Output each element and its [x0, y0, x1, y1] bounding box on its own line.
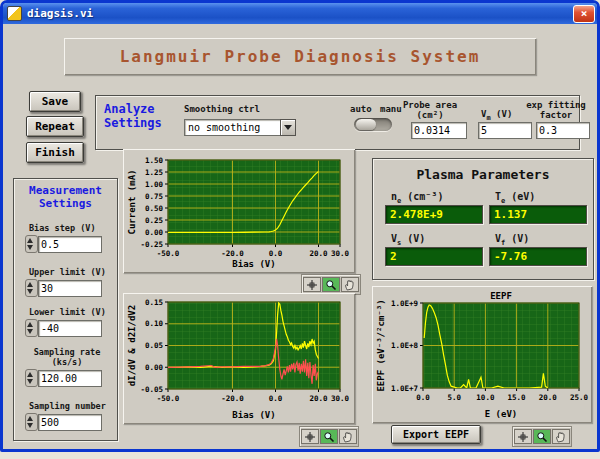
vf-label: Vf (V): [495, 233, 529, 247]
svg-text:10.0: 10.0: [476, 393, 495, 402]
svg-text:20.0: 20.0: [309, 249, 328, 258]
title-bar[interactable]: diagsis.vi ×: [3, 3, 597, 24]
spinner-up-icon[interactable]: [27, 322, 33, 327]
ne-display: 2.478E+9: [385, 205, 483, 224]
eepf-chart: 0.05.010.015.020.025.01.0E+91.0E+81.0E+7…: [375, 289, 589, 420]
svg-text:0.25: 0.25: [145, 216, 163, 225]
upper-limit-input[interactable]: [38, 280, 102, 297]
close-icon: ×: [581, 7, 588, 20]
sampling-number-label: Sampling number: [29, 401, 106, 411]
zoom-tool-icon[interactable]: [322, 277, 340, 292]
svg-text:0.05: 0.05: [145, 341, 163, 350]
lower-limit-spinner[interactable]: [25, 319, 38, 337]
plasma-parameters-panel: Plasma Parameters ne (cm⁻³) Te (eV) 2.47…: [372, 158, 594, 280]
analyze-settings-panel: Analyze Settings Smoothing ctrl no smoot…: [95, 95, 580, 150]
spinner-down-icon[interactable]: [27, 423, 33, 428]
pan-tool-icon[interactable]: [552, 429, 570, 444]
upper-limit-label: Upper limit (V): [29, 267, 106, 277]
svg-text:-20.0: -20.0: [221, 249, 244, 258]
sampling-rate-spinner[interactable]: [25, 369, 38, 387]
svg-text:20.0: 20.0: [539, 393, 558, 402]
sampling-rate-input[interactable]: [38, 370, 102, 387]
svg-text:0.0: 0.0: [269, 394, 283, 403]
measurement-settings-panel: Measurement Settings Bias step (V) Upper…: [13, 178, 118, 441]
spinner-down-icon[interactable]: [27, 289, 33, 294]
svg-text:E (eV): E (eV): [485, 409, 518, 419]
pan-tool-icon[interactable]: [339, 429, 357, 444]
spinner-up-icon[interactable]: [27, 238, 33, 243]
svg-text:0.00: 0.00: [145, 228, 164, 237]
app-heading: Langmuir Probe Diagnosis System: [120, 47, 481, 66]
svg-text:-0.05: -0.05: [140, 385, 163, 394]
svg-text:1.0E+7: 1.0E+7: [391, 384, 418, 393]
vs-display: 2: [385, 247, 483, 266]
cursor-tool-icon[interactable]: [514, 429, 532, 444]
svg-text:0.00: 0.00: [145, 363, 164, 372]
svg-text:EEPF: EEPF: [490, 291, 512, 301]
dropdown-arrow-icon: [284, 125, 292, 130]
lower-limit-label: Lower limit (V): [29, 307, 106, 317]
svg-text:Bias (V): Bias (V): [232, 410, 275, 420]
lower-limit-input[interactable]: [38, 320, 102, 337]
svg-text:0.10: 0.10: [145, 319, 164, 328]
eepf-chart-panel: 0.05.010.015.020.025.01.0E+91.0E+81.0E+7…: [372, 286, 592, 423]
export-eepf-button[interactable]: Export EEPF: [391, 425, 481, 444]
cursor-tool-icon[interactable]: [303, 277, 321, 292]
svg-text:0.15: 0.15: [145, 298, 163, 307]
svg-text:-20.0: -20.0: [221, 394, 244, 403]
probe-area-input[interactable]: [411, 122, 467, 139]
eepf-graph-palette: [512, 426, 572, 447]
derivative-chart: -50.0-20.00.020.030.00.150.100.050.00-0.…: [126, 296, 352, 421]
spinner-down-icon[interactable]: [27, 245, 33, 250]
svg-text:0.50: 0.50: [145, 204, 164, 213]
smoothing-select[interactable]: no smoothing: [184, 119, 282, 136]
vm-label: Vm (V): [481, 109, 512, 122]
probe-area-label: Probe area (cm²): [394, 100, 466, 120]
banner: Langmuir Probe Diagnosis System: [64, 38, 536, 75]
exp-fitting-input[interactable]: [536, 122, 590, 139]
spinner-up-icon[interactable]: [27, 416, 33, 421]
pan-tool-icon[interactable]: [341, 277, 359, 292]
svg-text:0.0: 0.0: [416, 393, 430, 402]
svg-text:15.0: 15.0: [508, 393, 527, 402]
close-button[interactable]: ×: [573, 5, 595, 23]
svg-text:1.25: 1.25: [145, 168, 163, 177]
zoom-tool-icon[interactable]: [533, 429, 551, 444]
repeat-button[interactable]: Repeat: [26, 116, 84, 137]
iv-chart-panel: -50.0-20.00.020.030.01.501.251.000.750.5…: [123, 149, 355, 273]
bias-step-input[interactable]: [38, 236, 102, 253]
cursor-tool-icon[interactable]: [301, 429, 319, 444]
te-display: 1.137: [489, 205, 587, 224]
auto-manu-toggle[interactable]: [354, 118, 392, 131]
upper-limit-spinner[interactable]: [25, 279, 38, 297]
svg-text:-50.0: -50.0: [157, 249, 180, 258]
svg-text:25.0: 25.0: [570, 393, 589, 402]
iv-chart: -50.0-20.00.020.030.01.501.251.000.750.5…: [126, 152, 352, 270]
svg-text:1.50: 1.50: [145, 156, 164, 165]
spinner-down-icon[interactable]: [27, 379, 33, 384]
spinner-up-icon[interactable]: [27, 282, 33, 287]
bias-step-label: Bias step (V): [29, 223, 96, 233]
toggle-knob: [356, 119, 376, 130]
vs-label: Vs (V): [391, 233, 425, 247]
spinner-up-icon[interactable]: [27, 372, 33, 377]
derivative-chart-panel: -50.0-20.00.020.030.00.150.100.050.00-0.…: [123, 293, 355, 424]
sampling-number-spinner[interactable]: [25, 413, 38, 431]
sampling-rate-label: Sampling rate (ks/s): [29, 347, 105, 367]
finish-button[interactable]: Finish: [26, 142, 84, 163]
iv-graph-palette: [301, 274, 361, 295]
spinner-down-icon[interactable]: [27, 329, 33, 334]
labview-icon: [7, 6, 22, 21]
sampling-number-input[interactable]: [38, 414, 102, 431]
save-button[interactable]: Save: [29, 91, 81, 112]
exp-fitting-label: exp fitting factor: [520, 100, 592, 120]
plasma-parameters-title: Plasma Parameters: [373, 167, 593, 182]
zoom-tool-icon[interactable]: [320, 429, 338, 444]
smoothing-dropdown-button[interactable]: [280, 119, 296, 136]
svg-text:Current (mA): Current (mA): [127, 169, 137, 234]
vm-input[interactable]: [478, 122, 532, 139]
svg-text:0.0: 0.0: [269, 249, 283, 258]
svg-text:1.0E+9: 1.0E+9: [391, 299, 419, 308]
bias-step-spinner[interactable]: [25, 235, 38, 253]
svg-text:0.75: 0.75: [145, 192, 163, 201]
